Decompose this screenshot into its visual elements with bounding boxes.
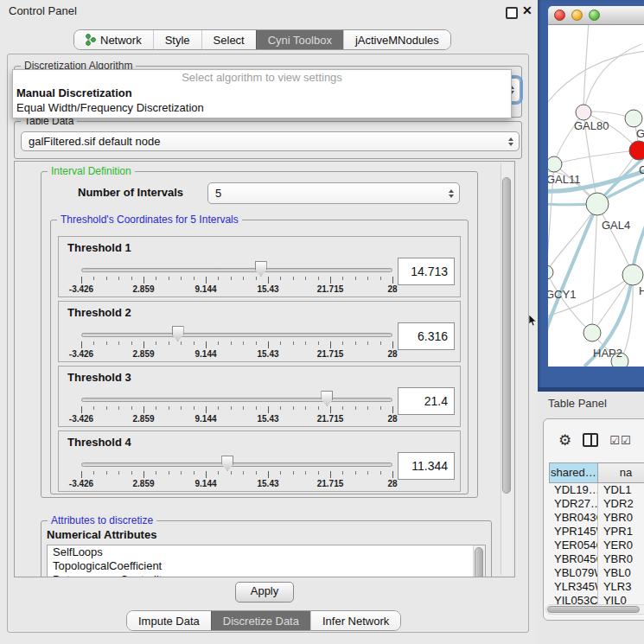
- network-edge[interactable]: [597, 204, 633, 275]
- table-row[interactable]: YBR045CYBR0: [549, 552, 644, 566]
- table-cell[interactable]: YDR2: [598, 497, 644, 511]
- network-edge[interactable]: [548, 51, 644, 107]
- slider-thumb[interactable]: [221, 456, 233, 471]
- threshold-value-field[interactable]: 21.4: [398, 387, 455, 415]
- tab-network[interactable]: Network: [74, 30, 153, 49]
- table-cell[interactable]: YPR1: [598, 525, 644, 539]
- table-cell[interactable]: YER0: [598, 539, 644, 552]
- tab-discretize-data[interactable]: Discretize Data: [211, 611, 310, 630]
- table-cell[interactable]: YBR0: [598, 511, 644, 525]
- axis-tick-label: 28: [387, 414, 397, 424]
- table-row[interactable]: YBR043CYBR0: [549, 511, 644, 525]
- dropdown-option-equal-width-frequency-discretization[interactable]: Equal Width/Frequency Discretization: [13, 100, 511, 115]
- axis-tick: [243, 277, 244, 280]
- network-node[interactable]: [629, 141, 644, 160]
- panel-scrollbar[interactable]: [501, 163, 513, 575]
- checkbox-icon[interactable]: ☑☑: [609, 435, 631, 446]
- axis-tick: [268, 341, 269, 348]
- network-edge[interactable]: [583, 44, 641, 112]
- table-row[interactable]: YBL079WYBL0: [549, 566, 644, 580]
- minimize-traffic-icon[interactable]: [571, 10, 583, 21]
- table-row[interactable]: YER054CYER0: [549, 539, 644, 552]
- attribute-item-topologicalcoefficient[interactable]: TopologicalCoefficient: [48, 559, 485, 573]
- threshold-value-field[interactable]: 6.316: [398, 322, 455, 350]
- axis-tick: [256, 277, 257, 280]
- table-cell[interactable]: YLR345W: [549, 580, 598, 594]
- table-row[interactable]: YPR145WYPR1: [549, 525, 644, 539]
- network-edge[interactable]: [592, 204, 597, 333]
- slider-track[interactable]: [81, 462, 392, 467]
- node-label: GCY1: [548, 288, 576, 301]
- table-cell[interactable]: YDL1: [598, 483, 644, 497]
- network-node[interactable]: [583, 324, 601, 341]
- slider-thumb[interactable]: [321, 391, 333, 406]
- network-node[interactable]: [576, 105, 591, 120]
- slider-track[interactable]: [81, 398, 392, 402]
- axis-tick-label: 28: [387, 284, 397, 294]
- scrollbar-thumb[interactable]: [502, 177, 511, 494]
- tab-jactivemnodules[interactable]: jActiveMNodules: [343, 30, 450, 49]
- zoom-traffic-icon[interactable]: [589, 10, 600, 21]
- number-of-intervals-combobox[interactable]: 5: [207, 182, 460, 204]
- axis-tick: [293, 471, 294, 475]
- axis-tick-label: 28: [387, 349, 397, 359]
- slider-track[interactable]: [81, 268, 392, 272]
- table-cell[interactable]: YBR0: [598, 552, 644, 566]
- list-scrollbar[interactable]: [473, 545, 485, 577]
- tab-select[interactable]: Select: [201, 30, 256, 49]
- axis-tick: [305, 341, 306, 345]
- table-data-combobox[interactable]: galFiltered.sif default node: [21, 131, 520, 151]
- tab-cyni-toolbox[interactable]: Cyni Toolbox: [256, 30, 343, 49]
- axis-tick: [355, 406, 356, 410]
- tab-style[interactable]: Style: [153, 30, 201, 49]
- apply-button[interactable]: Apply: [235, 582, 294, 603]
- table-row[interactable]: YDR27…YDR2: [549, 497, 644, 511]
- table-cell[interactable]: YDL19…: [549, 483, 598, 497]
- table-column-header-1[interactable]: shared…: [549, 462, 598, 483]
- network-node[interactable]: [625, 110, 642, 127]
- table-cell[interactable]: YBR045C: [549, 552, 598, 566]
- network-node[interactable]: [586, 193, 609, 215]
- table-cell[interactable]: YER054C: [549, 539, 598, 552]
- axis-tick: [169, 341, 169, 345]
- tab-infer-network[interactable]: Infer Network: [310, 611, 400, 630]
- scrollbar-thumb[interactable]: [547, 606, 640, 613]
- network-edge[interactable]: [554, 150, 639, 164]
- gear-icon[interactable]: ⚙: [558, 433, 571, 448]
- threshold-panel-1: Threshold 1-3.4262.8599.14415.4321.71528…: [58, 236, 461, 297]
- network-canvas[interactable]: GAL80GCGAL11GAL4GCY1HHAP2: [548, 25, 644, 367]
- network-node[interactable]: [622, 265, 643, 285]
- table-cell[interactable]: YPR145W: [549, 525, 598, 539]
- axis-tick: [194, 277, 194, 280]
- axis-tick-label: -3.426: [69, 284, 93, 294]
- table-horizontal-scrollbar[interactable]: [545, 604, 644, 615]
- axis-tick: [367, 406, 368, 410]
- network-edge[interactable]: [548, 204, 597, 335]
- table-column-header-2[interactable]: na: [598, 462, 644, 483]
- scrollbar-thumb[interactable]: [475, 547, 483, 577]
- threshold-value-field[interactable]: 11.344: [398, 452, 455, 480]
- slider-thumb[interactable]: [255, 261, 267, 277]
- network-node[interactable]: [548, 265, 553, 279]
- dropdown-prompt: Select algorithm to view settings: [13, 70, 511, 86]
- slider-track[interactable]: [81, 333, 392, 337]
- table-cell[interactable]: YDR27…: [549, 497, 598, 511]
- table-cell[interactable]: YBL079W: [549, 566, 598, 580]
- threshold-value-field[interactable]: 14.713: [398, 258, 455, 285]
- column-layout-icon[interactable]: [583, 433, 598, 447]
- attribute-item-betweennesscentrality[interactable]: BetweennessCentrality: [48, 573, 485, 577]
- dropdown-option-manual-discretization[interactable]: Manual Discretization: [13, 86, 511, 100]
- network-window-titlebar[interactable]: [548, 6, 644, 25]
- tab-impute-data[interactable]: Impute Data: [127, 611, 211, 630]
- attribute-item-selfloops[interactable]: SelfLoops: [48, 545, 485, 559]
- slider-thumb[interactable]: [172, 326, 184, 341]
- table-cell[interactable]: YLR3: [598, 580, 644, 594]
- table-row[interactable]: YLR345WYLR3: [549, 580, 644, 594]
- float-window-icon[interactable]: [506, 7, 518, 19]
- close-icon[interactable]: ✕: [522, 3, 532, 17]
- table-cell[interactable]: YBR043C: [549, 511, 598, 525]
- network-node[interactable]: [548, 156, 562, 172]
- close-traffic-icon[interactable]: [554, 10, 565, 21]
- table-cell[interactable]: YBL0: [598, 566, 644, 580]
- table-row[interactable]: YDL19…YDL1: [549, 483, 644, 497]
